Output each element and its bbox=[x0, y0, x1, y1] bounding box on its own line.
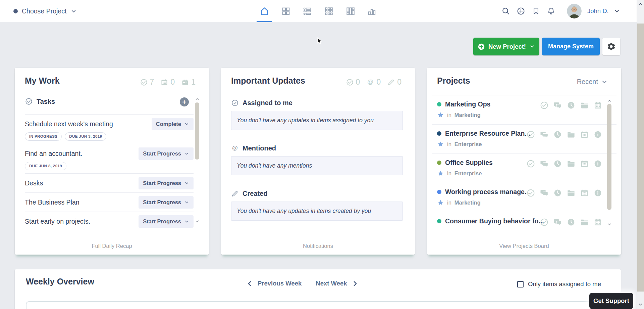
notifications-link[interactable]: Notifications bbox=[221, 243, 415, 249]
folder-icon[interactable] bbox=[580, 218, 589, 227]
tab-home[interactable] bbox=[259, 0, 269, 22]
chevron-down-icon[interactable] bbox=[613, 8, 620, 14]
folder-icon[interactable] bbox=[567, 130, 576, 139]
previous-week-link[interactable]: Previous Week bbox=[258, 280, 302, 287]
task-title[interactable]: Schedule next week's meeting bbox=[25, 120, 113, 128]
task-title[interactable]: Find an accountant. bbox=[25, 150, 82, 158]
clock-icon[interactable] bbox=[553, 188, 562, 197]
full-daily-recap-link[interactable]: Full Daily Recap bbox=[15, 243, 209, 249]
header-count: 0 bbox=[160, 78, 175, 87]
info-icon[interactable] bbox=[593, 130, 602, 139]
chat-icon[interactable] bbox=[553, 218, 562, 227]
project-row[interactable]: Consumer Buying behavior fo... bbox=[432, 212, 616, 235]
project-picker-dropdown[interactable]: Choose Project bbox=[13, 0, 77, 22]
project-row[interactable]: Marketing Ops in Marketing bbox=[432, 95, 616, 124]
user-name[interactable]: John D. bbox=[587, 7, 609, 15]
projects-filter-dropdown[interactable]: Recent bbox=[577, 78, 608, 86]
project-group[interactable]: Marketing bbox=[454, 112, 481, 118]
project-group[interactable]: Enterprise bbox=[454, 170, 482, 177]
nav-add-button[interactable] bbox=[517, 7, 525, 15]
calendar-icon[interactable] bbox=[580, 188, 589, 197]
tab-widgets[interactable] bbox=[281, 0, 291, 22]
nav-search-button[interactable] bbox=[501, 7, 510, 15]
card-scrollbar[interactable] bbox=[607, 98, 612, 227]
folder-icon[interactable] bbox=[567, 159, 576, 168]
chat-icon[interactable] bbox=[553, 101, 562, 110]
nav-notifications-button[interactable] bbox=[547, 7, 555, 15]
tab-applications[interactable] bbox=[324, 0, 334, 22]
new-project-button[interactable]: New Project! bbox=[473, 38, 539, 55]
scroll-down-button[interactable] bbox=[607, 222, 612, 227]
chat-icon[interactable] bbox=[540, 188, 549, 197]
star-icon[interactable] bbox=[437, 141, 444, 148]
chevron-right-icon[interactable] bbox=[352, 280, 359, 287]
task-title[interactable]: The Business Plan bbox=[25, 198, 79, 206]
calendar-icon[interactable] bbox=[593, 101, 602, 110]
check-circle-icon[interactable] bbox=[526, 130, 535, 139]
task-title[interactable]: Start early on projects. bbox=[25, 218, 90, 225]
task-title[interactable]: Desks bbox=[25, 179, 43, 187]
add-task-button[interactable]: + bbox=[180, 97, 189, 106]
clock-icon[interactable] bbox=[567, 218, 576, 227]
tab-board[interactable] bbox=[345, 0, 355, 22]
user-avatar[interactable] bbox=[567, 4, 582, 18]
check-circle-icon[interactable] bbox=[540, 101, 549, 110]
project-name[interactable]: Enterprise Resource Plan... bbox=[445, 130, 530, 137]
task-status-button[interactable]: Start Progress bbox=[139, 177, 194, 189]
manage-system-button[interactable]: Manage System bbox=[542, 38, 600, 55]
scroll-down-button[interactable] bbox=[195, 219, 200, 224]
project-group[interactable]: Enterprise bbox=[454, 141, 482, 147]
chat-icon[interactable] bbox=[540, 159, 549, 168]
task-list: Schedule next week's meeting Complete IN… bbox=[25, 115, 194, 234]
project-row[interactable]: Office Supplies in Enterprise bbox=[432, 153, 616, 183]
chevron-left-icon[interactable] bbox=[246, 280, 253, 287]
calendar-icon[interactable] bbox=[593, 218, 602, 227]
scroll-down-button[interactable] bbox=[637, 302, 644, 307]
nav-bookmarks-button[interactable] bbox=[532, 7, 540, 15]
project-name[interactable]: Marketing Ops bbox=[445, 100, 490, 108]
task-status-button[interactable]: Start Progress bbox=[139, 215, 194, 228]
scrollbar-thumb[interactable] bbox=[637, 24, 644, 292]
view-projects-board-link[interactable]: View Projects Board bbox=[427, 243, 621, 249]
star-icon[interactable] bbox=[437, 199, 444, 206]
project-group[interactable]: Marketing bbox=[454, 200, 481, 206]
info-icon[interactable] bbox=[593, 188, 602, 197]
check-circle-icon[interactable] bbox=[540, 218, 549, 227]
info-icon[interactable] bbox=[593, 159, 602, 168]
project-row[interactable]: Working process manage... in Marketing bbox=[432, 183, 616, 212]
scroll-up-button[interactable] bbox=[637, 1, 644, 6]
task-status-button[interactable]: Start Progress bbox=[139, 147, 194, 160]
check-circle-icon[interactable] bbox=[526, 159, 535, 168]
tab-todos[interactable] bbox=[302, 0, 312, 22]
chat-icon[interactable] bbox=[540, 130, 549, 139]
task-status-button[interactable]: Start Progress bbox=[139, 196, 194, 209]
star-icon[interactable] bbox=[437, 170, 444, 177]
tab-reports[interactable] bbox=[367, 0, 377, 22]
calendar-icon[interactable] bbox=[580, 130, 589, 139]
folder-icon[interactable] bbox=[567, 188, 576, 197]
settings-button[interactable] bbox=[602, 38, 620, 55]
clock-icon[interactable] bbox=[567, 101, 576, 110]
star-icon[interactable] bbox=[437, 112, 444, 119]
page-scrollbar[interactable] bbox=[637, 0, 644, 309]
project-name[interactable]: Working process manage... bbox=[445, 188, 530, 196]
check-circle-icon[interactable] bbox=[526, 188, 535, 197]
scrollbar-thumb[interactable] bbox=[607, 104, 611, 210]
clock-icon[interactable] bbox=[553, 159, 562, 168]
project-row[interactable]: Enterprise Resource Plan... in Enterpris… bbox=[432, 124, 616, 153]
next-week-link[interactable]: Next Week bbox=[316, 280, 347, 287]
project-name[interactable]: Office Supplies bbox=[445, 159, 493, 167]
calendar-icon[interactable] bbox=[580, 159, 589, 168]
scroll-up-button[interactable] bbox=[607, 98, 612, 103]
task-status-button[interactable]: Complete bbox=[152, 118, 194, 130]
card-scrollbar[interactable] bbox=[195, 97, 200, 224]
scrollbar-thumb[interactable] bbox=[195, 102, 199, 160]
only-assigned-filter[interactable]: Only items assigned to me bbox=[517, 280, 601, 288]
scroll-up-button[interactable] bbox=[195, 97, 200, 101]
project-name[interactable]: Consumer Buying behavior fo... bbox=[445, 217, 544, 225]
clock-icon[interactable] bbox=[553, 130, 562, 139]
checkbox-unchecked-icon[interactable] bbox=[517, 281, 524, 288]
folder-icon[interactable] bbox=[580, 101, 589, 110]
task-row: Start early on projects. Start Progress bbox=[25, 212, 194, 231]
get-support-button[interactable]: Get Support bbox=[589, 293, 633, 309]
